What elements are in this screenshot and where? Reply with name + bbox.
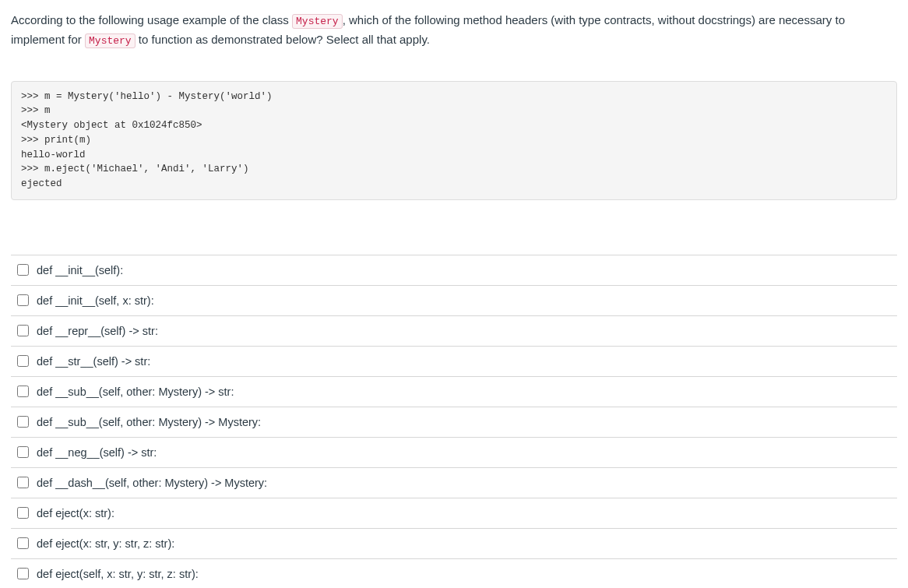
- option-row[interactable]: def __sub__(self, other: Mystery) -> Mys…: [11, 407, 897, 438]
- option-row[interactable]: def eject(self, x: str, y: str, z: str):: [11, 559, 897, 588]
- option-label: def eject(x: str, y: str, z: str):: [37, 537, 174, 550]
- option-row[interactable]: def eject(x: str, y: str, z: str):: [11, 529, 897, 559]
- option-row[interactable]: def __init__(self, x: str):: [11, 286, 897, 316]
- code-example-block: >>> m = Mystery('hello') - Mystery('worl…: [11, 81, 897, 200]
- inline-code-mystery-1: Mystery: [292, 14, 343, 29]
- inline-code-mystery-2: Mystery: [85, 33, 135, 48]
- option-row[interactable]: def __sub__(self, other: Mystery) -> str…: [11, 377, 897, 407]
- option-row[interactable]: def eject(x: str):: [11, 498, 897, 529]
- option-label: def __str__(self) -> str:: [37, 355, 150, 368]
- option-checkbox-7[interactable]: [17, 477, 29, 488]
- option-label: def __dash__(self, other: Mystery) -> My…: [37, 477, 267, 489]
- option-row[interactable]: def __repr__(self) -> str:: [11, 316, 897, 347]
- option-label: def __sub__(self, other: Mystery) -> str…: [37, 386, 234, 398]
- option-checkbox-5[interactable]: [17, 416, 29, 428]
- option-checkbox-2[interactable]: [17, 325, 29, 336]
- option-checkbox-6[interactable]: [17, 446, 29, 458]
- option-row[interactable]: def __neg__(self) -> str:: [11, 438, 897, 468]
- option-checkbox-3[interactable]: [17, 355, 29, 367]
- question-part3: to function as demonstrated below? Selec…: [135, 33, 430, 46]
- option-label: def __repr__(self) -> str:: [37, 325, 158, 337]
- option-row[interactable]: def __dash__(self, other: Mystery) -> My…: [11, 468, 897, 498]
- option-checkbox-4[interactable]: [17, 386, 29, 397]
- option-checkbox-9[interactable]: [17, 537, 29, 549]
- option-label: def __neg__(self) -> str:: [37, 446, 157, 459]
- option-checkbox-1[interactable]: [17, 294, 29, 306]
- option-row[interactable]: def __init__(self):: [11, 255, 897, 286]
- option-checkbox-8[interactable]: [17, 507, 29, 519]
- option-label: def __init__(self):: [37, 264, 123, 276]
- question-text: According to the following usage example…: [11, 11, 897, 50]
- option-row[interactable]: def __str__(self) -> str:: [11, 347, 897, 377]
- option-label: def eject(x: str):: [37, 507, 114, 519]
- option-checkbox-10[interactable]: [17, 568, 29, 579]
- question-part1: According to the following usage example…: [11, 13, 292, 26]
- option-label: def __init__(self, x: str):: [37, 294, 154, 307]
- option-label: def __sub__(self, other: Mystery) -> Mys…: [37, 416, 261, 428]
- option-label: def eject(self, x: str, y: str, z: str):: [37, 568, 199, 580]
- options-list: def __init__(self): def __init__(self, x…: [11, 255, 897, 588]
- option-checkbox-0[interactable]: [17, 264, 29, 276]
